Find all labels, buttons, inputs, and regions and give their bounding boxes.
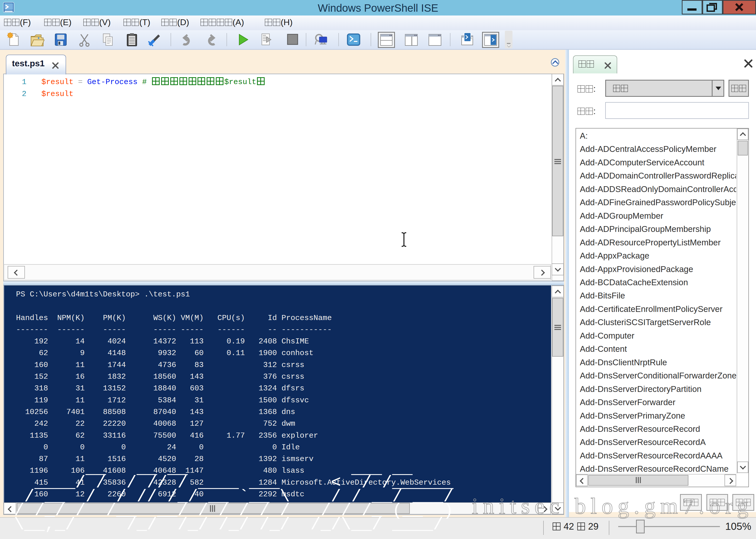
svg-text:initsec blog.gm7.org: initsec blog.gm7.org bbox=[472, 494, 753, 518]
